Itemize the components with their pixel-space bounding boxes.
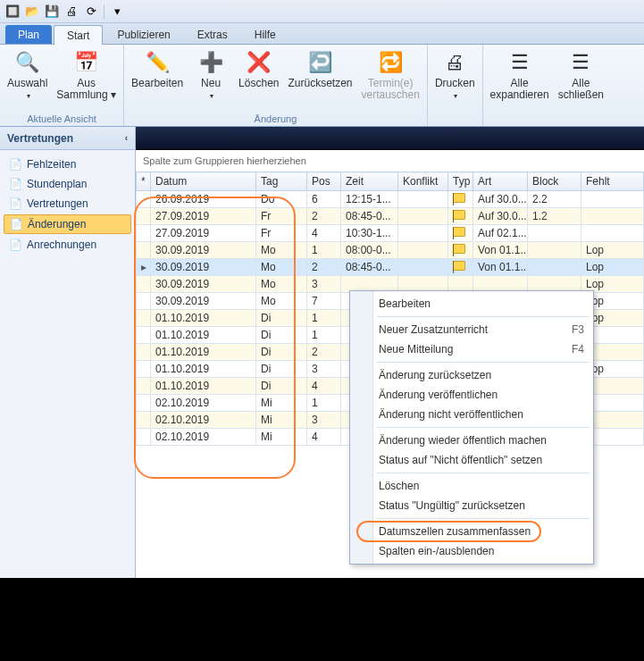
menu-item[interactable]: Änderung wieder öffentlich machen [350,431,593,450]
cell-block[interactable] [528,242,581,259]
cell-datum[interactable]: 01.10.2019 [151,344,256,361]
cell-fehlt[interactable]: Lop [581,242,644,259]
cell-datum[interactable]: 02.10.2019 [151,429,256,446]
cell-typ[interactable] [448,259,473,276]
cell-tag[interactable]: Fr [256,225,307,242]
open-icon[interactable]: 📂 [25,4,39,19]
cell-tag[interactable]: Mi [256,412,307,429]
qat-dropdown-icon[interactable]: ▾ [110,4,124,19]
cell-pos[interactable]: 2 [307,259,341,276]
col-datum[interactable]: Datum [151,172,256,191]
table-row[interactable]: 27.09.2019Fr410:30-1...Auf 02.1... [137,225,644,242]
cell-tag[interactable]: Mi [256,429,307,446]
cell-konflikt[interactable] [398,191,448,208]
cell-pos[interactable]: 1 [307,242,341,259]
refresh-icon[interactable]: ⟳ [84,4,98,19]
cell-pos[interactable]: 6 [307,191,341,208]
menu-item[interactable]: Spalten ein-/ausblenden [350,541,593,561]
cell-art[interactable]: Auf 02.1... [473,225,528,242]
cell-datum[interactable]: 02.10.2019 [151,395,256,412]
cell-zeit[interactable]: 08:45-0... [341,259,398,276]
cell-tag[interactable]: Do [256,191,307,208]
cell-pos[interactable]: 3 [307,412,341,429]
zuruecksetzen-button[interactable]: ↩️ Zurücksetzen [288,48,352,101]
cell-tag[interactable]: Di [256,344,307,361]
loeschen-button[interactable]: ❌ Löschen [238,48,279,101]
cell-datum[interactable]: 30.09.2019 [151,293,256,310]
cell-konflikt[interactable] [398,225,448,242]
cell-art[interactable]: Auf 30.0... [473,191,528,208]
cell-art[interactable]: Auf 30.0... [473,208,528,225]
cell-typ[interactable] [448,208,473,225]
save-icon[interactable]: 💾 [45,4,59,19]
cell-pos[interactable]: 2 [307,344,341,361]
alle-schliessen-button[interactable]: ☰ Alleschließen [558,48,604,101]
sidebar-item[interactable]: 📄Vertretungen [4,195,131,213]
menu-item[interactable]: Status auf "Nicht öffentlich" setzen [350,450,593,470]
cell-datum[interactable]: 01.10.2019 [151,378,256,395]
tab-start[interactable]: Start [54,25,103,45]
cell-pos[interactable]: 1 [307,395,341,412]
col-art[interactable]: Art [473,172,528,191]
menu-item[interactable]: Änderung veröffentlichen [350,385,593,405]
cell-block[interactable]: 1.2 [528,208,581,225]
cell-pos[interactable]: 4 [307,378,341,395]
cell-zeit[interactable]: 10:30-1... [341,225,398,242]
tab-extras[interactable]: Extras [185,25,240,44]
col-pos[interactable]: Pos [307,172,341,191]
col-star[interactable]: * [137,172,151,191]
table-row[interactable]: 27.09.2019Fr208:45-0...Auf 30.0...1.2 [137,208,644,225]
col-fehlt[interactable]: Fehlt [581,172,644,191]
sidebar-item[interactable]: 📄Fehlzeiten [4,155,131,173]
cell-datum[interactable]: 30.09.2019 [151,242,256,259]
cell-block[interactable] [528,225,581,242]
drucken-button[interactable]: 🖨 Drucken▾ [435,48,475,102]
cell-datum[interactable]: 02.10.2019 [151,412,256,429]
sidebar-item[interactable]: 📄Stundenplan [4,175,131,193]
menu-item[interactable]: Bearbeiten [350,294,593,314]
cell-konflikt[interactable] [398,242,448,259]
cell-tag[interactable]: Di [256,361,307,378]
menu-item[interactable]: Neue MitteilungF4 [350,339,593,359]
cell-tag[interactable]: Mo [256,259,307,276]
cell-datum[interactable]: 27.09.2019 [151,225,256,242]
cell-datum[interactable]: 26.09.2019 [151,191,256,208]
cell-zeit[interactable]: 08:00-0... [341,242,398,259]
bearbeiten-button[interactable]: ✏️ Bearbeiten [131,48,183,101]
cell-tag[interactable]: Mo [256,242,307,259]
cell-datum[interactable]: 30.09.2019 [151,259,256,276]
cell-block[interactable] [528,259,581,276]
cell-pos[interactable]: 4 [307,429,341,446]
col-typ[interactable]: Typ [448,172,473,191]
header-row[interactable]: * Datum Tag Pos Zeit Konflikt Typ Art Bl… [137,172,644,191]
app-icon[interactable]: 🔲 [5,4,20,19]
menu-item[interactable]: Änderung nicht veröffentlichen [350,405,593,424]
cell-fehlt[interactable] [581,191,644,208]
col-konflikt[interactable]: Konflikt [398,172,448,191]
cell-datum[interactable]: 30.09.2019 [151,276,256,293]
table-row[interactable]: 30.09.2019Mo108:00-0...Von 01.1...Lop [137,242,644,259]
tab-publizieren[interactable]: Publizieren [105,25,182,44]
cell-typ[interactable] [448,242,473,259]
cell-datum[interactable]: 01.10.2019 [151,310,256,327]
cell-pos[interactable]: 1 [307,310,341,327]
cell-datum[interactable]: 27.09.2019 [151,208,256,225]
cell-zeit[interactable]: 12:15-1... [341,191,398,208]
cell-tag[interactable]: Mo [256,276,307,293]
cell-art[interactable]: Von 01.1... [473,242,528,259]
sidebar-item[interactable]: 📄Änderungen [4,214,131,234]
neu-button[interactable]: ➕ Neu▾ [192,48,230,102]
menu-item[interactable]: Änderung zurücksetzen [350,365,593,385]
auswahl-button[interactable]: 🔍 Auswahl▾ [7,48,47,102]
cell-pos[interactable]: 4 [307,225,341,242]
cell-typ[interactable] [448,191,473,208]
cell-fehlt[interactable] [581,208,644,225]
menu-item[interactable]: Neuer ZusatzunterrichtF3 [350,320,593,339]
cell-pos[interactable]: 7 [307,293,341,310]
col-tag[interactable]: Tag [256,172,307,191]
cell-pos[interactable]: 1 [307,327,341,344]
cell-tag[interactable]: Mi [256,395,307,412]
table-row[interactable]: ▸30.09.2019Mo208:45-0...Von 01.1...Lop [137,259,644,276]
cell-tag[interactable]: Di [256,327,307,344]
cell-tag[interactable]: Mo [256,293,307,310]
